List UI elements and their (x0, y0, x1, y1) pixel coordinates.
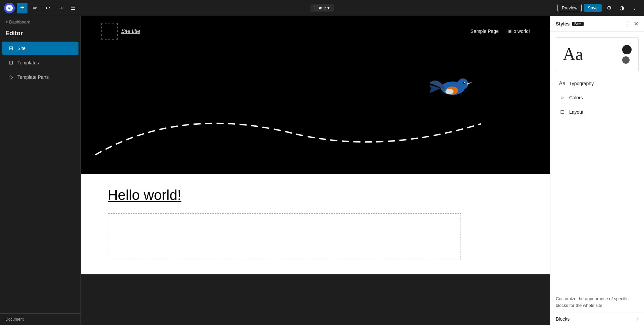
typography-label: Typography (569, 81, 636, 86)
svg-point-5 (464, 82, 465, 83)
page-heading[interactable]: Hello world! (108, 187, 523, 203)
content-dotted-box[interactable] (108, 213, 461, 260)
sidebar-item-templates-label: Templates (17, 60, 39, 65)
page-selector-arrow: ▾ (327, 5, 330, 10)
draw-button[interactable]: ✏ (30, 3, 40, 13)
save-button[interactable]: Save (584, 4, 602, 12)
toolbar-left: + ✏ ↩ ↪ ☰ (4, 3, 78, 13)
site-title-link[interactable]: Site title (121, 28, 140, 34)
sidebar-item-site[interactable]: ⊞ Site (2, 42, 78, 55)
settings-button[interactable]: ⚙ (604, 3, 614, 13)
dot-medium (622, 56, 630, 64)
site-logo-box (101, 23, 118, 40)
style-preview-text: Aa (563, 44, 583, 64)
page-selector-label: Home (314, 5, 326, 10)
document-label: Document (5, 317, 24, 322)
typography-option[interactable]: Aa Typography (553, 77, 641, 90)
blocks-label: Blocks (556, 316, 570, 322)
sidebar-footer: Document (0, 313, 80, 325)
toolbar: + ✏ ↩ ↪ ☰ Home ▾ Preview Save ⚙ ◑ ⋮ (0, 0, 644, 16)
style-description: Customize the appearance of specific blo… (550, 291, 644, 313)
site-logo-area: Site title (101, 23, 140, 40)
sidebar-item-template-parts[interactable]: ◇ Template Parts (2, 70, 78, 84)
typography-icon: Aa (558, 80, 566, 87)
svg-point-3 (445, 89, 453, 94)
sidebar-item-site-label: Site (17, 46, 25, 51)
styles-panel: Styles Beta ⋮ ✕ Aa Aa Typography ○ Color… (550, 16, 644, 325)
template-parts-icon: ◇ (7, 74, 14, 80)
styles-button[interactable]: ◑ (616, 3, 627, 13)
sidebar-item-template-parts-label: Template Parts (17, 74, 49, 80)
dot-large (622, 45, 632, 54)
nav-hello-world[interactable]: Hello world! (505, 29, 530, 34)
colors-option[interactable]: ○ Colors (553, 91, 641, 104)
dashboard-back-link[interactable]: < Dashboard (0, 16, 80, 28)
svg-point-4 (463, 82, 465, 84)
layout-icon: ⊡ (558, 109, 566, 115)
layout-option[interactable]: ⊡ Layout (553, 105, 641, 118)
toolbar-right: Preview Save ⚙ ◑ ⋮ (557, 3, 640, 13)
wp-logo-icon (6, 5, 13, 11)
blocks-arrow: › (637, 316, 639, 322)
style-preview-box[interactable]: Aa (556, 37, 639, 71)
colors-label: Colors (569, 95, 636, 100)
canvas-container: Site title Sample Page Hello world! (81, 16, 550, 325)
styles-more-button[interactable]: ⋮ (625, 20, 631, 28)
styles-panel-title: Styles (556, 21, 570, 26)
wp-logo[interactable] (4, 3, 15, 13)
more-menu-button[interactable]: ⋮ (629, 3, 640, 13)
list-view-button[interactable]: ☰ (68, 3, 78, 13)
styles-panel-header: Styles Beta ⋮ ✕ (550, 16, 644, 32)
content-section: Hello world! (81, 174, 550, 274)
editor-title: Editor (0, 28, 80, 41)
bird-illustration (426, 66, 476, 103)
svg-point-1 (458, 78, 468, 89)
add-block-button[interactable]: + (17, 3, 28, 13)
undo-button[interactable]: ↩ (42, 3, 53, 13)
beta-badge: Beta (572, 22, 584, 26)
page-selector[interactable]: Home ▾ (311, 4, 333, 12)
templates-icon: ⊡ (7, 59, 14, 66)
canvas-scroll[interactable]: Site title Sample Page Hello world! (81, 16, 550, 325)
site-header-section: Site title Sample Page Hello world! (81, 16, 550, 46)
layout-label: Layout (569, 109, 636, 115)
site-nav: Sample Page Hello world! (471, 29, 530, 34)
sidebar: < Dashboard Editor ⊞ Site ⊡ Templates ◇ … (0, 16, 81, 325)
styles-close-button[interactable]: ✕ (634, 20, 639, 28)
colors-icon: ○ (558, 95, 566, 101)
blocks-row[interactable]: Blocks › (550, 313, 644, 325)
site-icon: ⊞ (7, 45, 14, 51)
toolbar-center: Home ▾ (311, 4, 333, 12)
style-preview-dots (622, 45, 632, 64)
main-layout: < Dashboard Editor ⊞ Site ⊡ Templates ◇ … (0, 16, 644, 325)
dashed-curve-decoration (91, 97, 490, 164)
preview-button[interactable]: Preview (557, 4, 582, 12)
hero-section (81, 46, 550, 174)
sidebar-item-templates[interactable]: ⊡ Templates (2, 56, 78, 69)
redo-button[interactable]: ↪ (55, 3, 66, 13)
nav-sample-page[interactable]: Sample Page (471, 29, 499, 34)
